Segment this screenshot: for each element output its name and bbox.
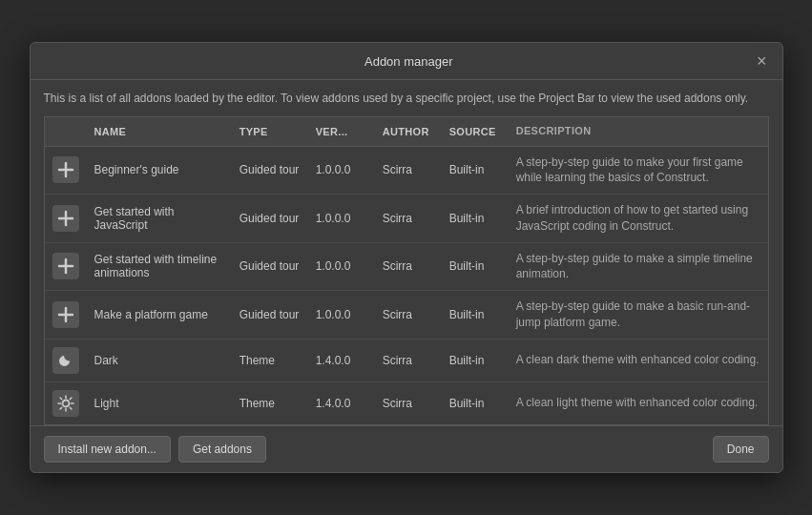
- addon-source: Built-in: [442, 195, 509, 243]
- table-row[interactable]: Get started with JavaScriptGuided tour1.…: [45, 195, 768, 243]
- addon-manager-dialog: Addon manager × This is a list of all ad…: [30, 42, 783, 473]
- col-header-version: VER...: [308, 117, 375, 146]
- addon-description: A clean light theme with enhanced color …: [509, 381, 768, 424]
- table-row[interactable]: DarkTheme1.4.0.0ScirraBuilt-inA clean da…: [45, 339, 768, 381]
- col-header-source: SOURCE: [442, 117, 509, 146]
- addon-icon-cell: [45, 291, 87, 340]
- close-button[interactable]: ×: [755, 52, 769, 70]
- sun-icon: [52, 390, 79, 417]
- crescent-icon: [52, 347, 79, 374]
- addon-type: Guided tour: [232, 195, 308, 243]
- dialog-description: This is a list of all addons loaded by t…: [31, 80, 782, 116]
- col-header-type: TYPE: [232, 117, 308, 146]
- addon-source: Built-in: [442, 242, 509, 291]
- addon-name: Make a platform game: [87, 291, 232, 340]
- addon-name: Dark: [87, 339, 232, 381]
- svg-line-14: [70, 407, 72, 409]
- cross-icon: [52, 253, 79, 279]
- addon-type: Guided tour: [232, 146, 308, 195]
- addon-name: Light: [87, 381, 232, 424]
- addon-version: 1.0.0.0: [308, 242, 375, 291]
- addon-version: 1.0.0.0: [308, 146, 375, 195]
- addon-description: A step-by-step guide to make a simple ti…: [509, 242, 768, 291]
- dialog-footer: Install new addon... Get addons Done: [31, 425, 782, 472]
- done-button[interactable]: Done: [713, 436, 769, 463]
- addon-icon-cell: [45, 339, 87, 381]
- cross-icon: [52, 205, 79, 232]
- col-header-author: AUTHOR: [375, 117, 442, 146]
- addon-icon-cell: [45, 242, 87, 291]
- addon-type: Theme: [232, 339, 308, 381]
- addon-type: Guided tour: [232, 291, 308, 340]
- addon-table-container: NAME TYPE VER... AUTHOR SOURCE DESCRIPTI…: [44, 116, 769, 425]
- addon-icon-cell: [45, 195, 87, 243]
- addon-author: Scirra: [375, 146, 442, 195]
- addon-table: NAME TYPE VER... AUTHOR SOURCE DESCRIPTI…: [45, 117, 768, 424]
- addon-name: Get started with timeline animations: [87, 242, 232, 291]
- addon-name: Get started with JavaScript: [87, 195, 232, 243]
- addon-description: A brief introduction of how to get start…: [509, 195, 768, 243]
- table-row[interactable]: LightTheme1.4.0.0ScirraBuilt-inA clean l…: [45, 381, 768, 424]
- addon-source: Built-in: [442, 381, 509, 424]
- addon-icon-cell: [45, 381, 87, 424]
- addon-version: 1.4.0.0: [308, 339, 375, 381]
- table-row[interactable]: Beginner's guideGuided tour1.0.0.0Scirra…: [45, 146, 768, 195]
- cross-icon: [52, 301, 79, 328]
- svg-line-13: [60, 398, 62, 400]
- cross-icon: [52, 156, 79, 183]
- footer-left-buttons: Install new addon... Get addons: [44, 436, 266, 463]
- addon-icon-cell: [45, 146, 87, 195]
- svg-line-15: [70, 398, 72, 400]
- addon-author: Scirra: [375, 381, 442, 424]
- col-header-icon: [45, 117, 87, 146]
- dialog-header: Addon manager ×: [31, 43, 782, 80]
- svg-point-8: [62, 400, 69, 406]
- addon-author: Scirra: [375, 195, 442, 243]
- addon-version: 1.4.0.0: [308, 381, 375, 424]
- addon-author: Scirra: [375, 339, 442, 381]
- addon-type: Theme: [232, 381, 308, 424]
- col-header-name: NAME: [87, 117, 232, 146]
- addon-source: Built-in: [442, 339, 509, 381]
- table-header-row: NAME TYPE VER... AUTHOR SOURCE DESCRIPTI…: [45, 117, 768, 146]
- addon-author: Scirra: [375, 291, 442, 340]
- svg-line-16: [60, 407, 62, 409]
- table-row[interactable]: Get started with timeline animationsGuid…: [45, 242, 768, 291]
- addon-version: 1.0.0.0: [308, 195, 375, 243]
- addon-source: Built-in: [442, 291, 509, 340]
- addon-name: Beginner's guide: [87, 146, 232, 195]
- install-addon-button[interactable]: Install new addon...: [44, 436, 171, 463]
- get-addons-button[interactable]: Get addons: [178, 436, 266, 463]
- addon-description: A step-by-step guide to make a basic run…: [509, 291, 768, 340]
- dialog-title: Addon manager: [63, 54, 755, 69]
- addon-description: A step-by-step guide to make your first …: [509, 146, 768, 195]
- table-row[interactable]: Make a platform gameGuided tour1.0.0.0Sc…: [45, 291, 768, 340]
- addon-source: Built-in: [442, 146, 509, 195]
- addon-author: Scirra: [375, 242, 442, 291]
- col-header-description: DESCRIPTION: [509, 117, 768, 146]
- addon-type: Guided tour: [232, 242, 308, 291]
- addon-version: 1.0.0.0: [308, 291, 375, 340]
- addon-description: A clean dark theme with enhanced color c…: [509, 339, 768, 381]
